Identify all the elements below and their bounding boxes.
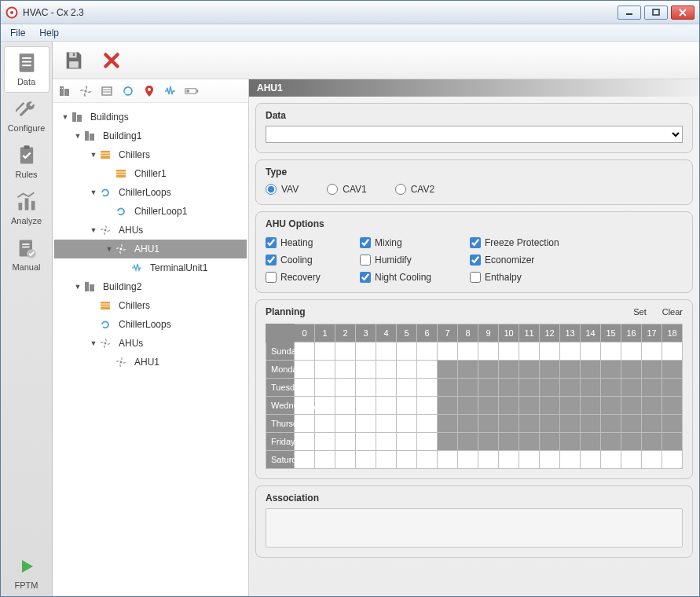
- sched-cell[interactable]: [315, 397, 335, 415]
- opt-recovery[interactable]: Recovery: [266, 272, 352, 283]
- sched-cell[interactable]: [560, 342, 581, 361]
- sched-cell[interactable]: [519, 415, 540, 433]
- maximize-button[interactable]: [644, 5, 668, 20]
- sched-cell[interactable]: [601, 451, 621, 469]
- sched-cell[interactable]: [458, 433, 478, 451]
- opt-heating[interactable]: Heating: [266, 237, 352, 248]
- sched-cell[interactable]: [438, 415, 458, 433]
- data-select[interactable]: [266, 126, 683, 143]
- sched-cell[interactable]: [335, 342, 356, 361]
- sched-cell[interactable]: [397, 415, 417, 433]
- sched-cell[interactable]: [499, 379, 519, 397]
- planning-set[interactable]: Set: [633, 307, 647, 317]
- chevron-down-icon[interactable]: ▼: [73, 132, 82, 140]
- menu-file[interactable]: File: [4, 26, 31, 40]
- building-icon[interactable]: [57, 84, 71, 98]
- sched-cell[interactable]: [478, 379, 499, 397]
- sched-cell[interactable]: [478, 342, 499, 361]
- sched-cell[interactable]: [438, 361, 458, 379]
- sched-cell[interactable]: [601, 397, 621, 415]
- sched-cell[interactable]: [540, 415, 560, 433]
- sched-cell[interactable]: [601, 415, 621, 433]
- sched-cell[interactable]: [335, 451, 356, 469]
- close-button[interactable]: [671, 5, 695, 20]
- tree-node-b2-chillers[interactable]: Chillers: [54, 296, 247, 315]
- sched-cell[interactable]: [376, 397, 397, 415]
- sched-cell[interactable]: [621, 451, 642, 469]
- delete-button[interactable]: [100, 49, 123, 72]
- chiller-icon[interactable]: [100, 84, 114, 98]
- sched-cell[interactable]: [335, 433, 356, 451]
- sched-cell[interactable]: [478, 451, 499, 469]
- sched-cell[interactable]: [581, 451, 601, 469]
- sched-cell[interactable]: [397, 342, 417, 361]
- sched-cell[interactable]: [315, 379, 335, 397]
- sched-cell[interactable]: [642, 397, 662, 415]
- sched-cell[interactable]: [662, 361, 683, 379]
- sched-cell[interactable]: [581, 379, 601, 397]
- sched-cell[interactable]: [458, 397, 478, 415]
- chevron-down-icon[interactable]: ▼: [73, 283, 82, 291]
- sched-cell[interactable]: [560, 451, 581, 469]
- sched-cell[interactable]: [356, 397, 376, 415]
- sched-cell[interactable]: [519, 433, 540, 451]
- tree-node-ahus[interactable]: ▼AHUs: [54, 221, 247, 240]
- signal-icon[interactable]: [163, 84, 178, 98]
- sched-cell[interactable]: [519, 397, 540, 415]
- sched-cell[interactable]: [335, 397, 356, 415]
- opt-humidify[interactable]: Humidify: [360, 255, 462, 266]
- sched-cell[interactable]: [315, 342, 335, 361]
- chevron-down-icon[interactable]: ▼: [89, 339, 98, 347]
- sched-cell[interactable]: [581, 342, 601, 361]
- tree-node-chillerloop1[interactable]: ChillerLoop1: [54, 202, 247, 221]
- sched-cell[interactable]: [438, 451, 458, 469]
- sched-cell[interactable]: [315, 361, 335, 379]
- tree-node-building2[interactable]: ▼Building2: [54, 277, 247, 296]
- nav-rules[interactable]: Rules: [4, 139, 49, 185]
- battery-icon[interactable]: [185, 84, 199, 98]
- sched-cell[interactable]: [662, 342, 683, 361]
- opt-mixing[interactable]: Mixing: [360, 237, 462, 248]
- sched-cell[interactable]: [621, 361, 642, 379]
- sched-cell[interactable]: [540, 379, 560, 397]
- sched-cell[interactable]: [356, 361, 376, 379]
- sched-cell[interactable]: [458, 451, 478, 469]
- sched-cell[interactable]: [478, 415, 499, 433]
- fan-icon[interactable]: [79, 84, 93, 98]
- sched-cell[interactable]: [662, 397, 683, 415]
- sched-cell[interactable]: [499, 397, 519, 415]
- opt-nightcool[interactable]: Night Cooling: [360, 272, 462, 283]
- sched-cell[interactable]: [458, 379, 478, 397]
- sched-cell[interactable]: [540, 361, 560, 379]
- sched-cell[interactable]: [581, 397, 601, 415]
- sched-cell[interactable]: [417, 451, 438, 469]
- sched-cell[interactable]: [458, 361, 478, 379]
- tree-node-b2-ahu1[interactable]: AHU1: [54, 353, 247, 372]
- sched-cell[interactable]: [458, 342, 478, 361]
- sched-cell[interactable]: [499, 342, 519, 361]
- sched-cell[interactable]: [621, 397, 642, 415]
- tree-node-b2-loops[interactable]: ChillerLoops: [54, 315, 247, 334]
- sched-cell[interactable]: [662, 433, 683, 451]
- chevron-down-icon[interactable]: ▼: [89, 226, 98, 234]
- sched-cell[interactable]: [560, 415, 581, 433]
- nav-configure[interactable]: Configure: [4, 93, 49, 139]
- sched-cell[interactable]: [499, 361, 519, 379]
- opt-cooling[interactable]: Cooling: [266, 255, 352, 266]
- sched-cell[interactable]: [356, 342, 376, 361]
- sched-cell[interactable]: [540, 433, 560, 451]
- planning-grid[interactable]: 0123456789101112131415161718SundayMonday…: [266, 324, 683, 469]
- sched-cell[interactable]: [560, 379, 581, 397]
- sched-cell[interactable]: [499, 451, 519, 469]
- tree-node-chillers[interactable]: ▼Chillers: [54, 145, 247, 164]
- sched-cell[interactable]: [621, 415, 642, 433]
- sched-cell[interactable]: [376, 342, 397, 361]
- sched-cell[interactable]: [376, 361, 397, 379]
- tree[interactable]: ▼Buildings ▼Building1 ▼Chillers Chiller1…: [53, 103, 248, 596]
- sched-cell[interactable]: [397, 451, 417, 469]
- save-button[interactable]: [62, 49, 86, 72]
- tree-node-chillerloops[interactable]: ▼ChillerLoops: [54, 183, 247, 202]
- sched-cell[interactable]: [499, 433, 519, 451]
- sched-cell[interactable]: [540, 397, 560, 415]
- minimize-button[interactable]: [618, 5, 641, 20]
